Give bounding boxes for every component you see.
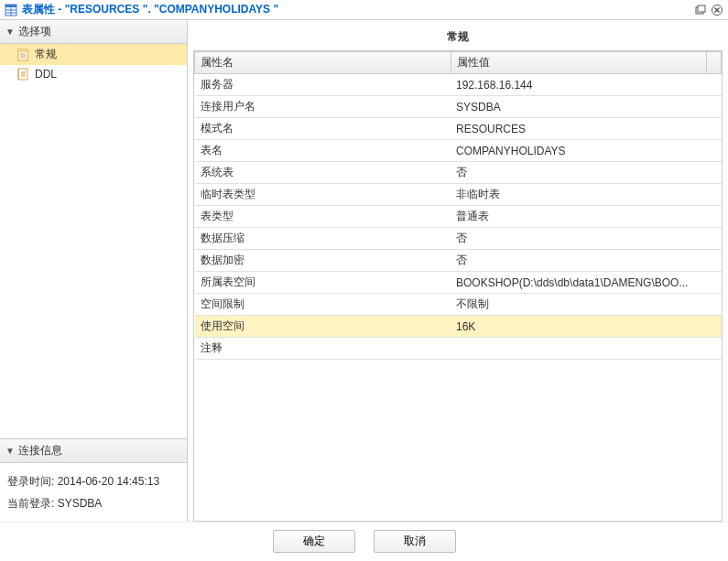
- prop-value: SYSDBA: [451, 96, 722, 118]
- prop-name: 系统表: [195, 162, 451, 184]
- chevron-down-icon: ▼: [5, 446, 15, 456]
- prop-name: 数据压缩: [195, 228, 451, 250]
- table-row[interactable]: 空间限制不限制: [195, 294, 722, 316]
- options-header-label: 选择项: [18, 24, 51, 39]
- options-tree: 常规 DDL: [0, 44, 187, 438]
- sheet-icon: [16, 49, 29, 61]
- prop-name: 表类型: [195, 206, 451, 228]
- table-row[interactable]: 数据压缩否: [195, 228, 722, 250]
- table-row[interactable]: 模式名RESOURCES: [195, 118, 722, 140]
- prop-value: BOOKSHOP(D:\dds\db\data1\DAMENG\BOO...: [451, 272, 722, 294]
- button-bar: 确定 取消: [0, 522, 728, 560]
- table-row[interactable]: 临时表类型非临时表: [195, 184, 722, 206]
- prop-value: RESOURCES: [451, 118, 722, 140]
- options-header[interactable]: ▼ 选择项: [0, 20, 187, 44]
- current-login-label: 当前登录:: [7, 497, 54, 510]
- login-time-label: 登录时间:: [7, 475, 54, 488]
- sidebar-item-label: DDL: [35, 68, 57, 81]
- table-row[interactable]: 数据加密否: [195, 250, 722, 272]
- connection-header[interactable]: ▼ 连接信息: [0, 439, 187, 463]
- sidebar-item-label: 常规: [35, 47, 57, 62]
- svg-rect-1: [5, 5, 16, 7]
- table-icon: [4, 3, 18, 17]
- table-row[interactable]: 注释: [195, 338, 722, 360]
- login-time-value: 2014-06-20 14:45:13: [58, 475, 159, 488]
- table-row[interactable]: 服务器192.168.16.144: [195, 74, 722, 96]
- script-icon: [16, 68, 29, 81]
- sidebar-item-ddl[interactable]: DDL: [0, 65, 187, 83]
- table-row[interactable]: 所属表空间BOOKSHOP(D:\dds\db\data1\DAMENG\BOO…: [195, 272, 722, 294]
- prop-value: 否: [451, 162, 722, 184]
- prop-name: 模式名: [195, 118, 451, 140]
- prop-value: [451, 338, 722, 360]
- column-header-spacer: [707, 52, 722, 74]
- prop-value: COMPANYHOLIDAYS: [451, 140, 722, 162]
- prop-name: 表名: [195, 140, 451, 162]
- column-header-value[interactable]: 属性值: [451, 52, 707, 74]
- prop-value: 不限制: [451, 294, 722, 316]
- prop-name: 注释: [195, 338, 451, 360]
- chevron-down-icon: ▼: [5, 27, 15, 37]
- titlebar: 表属性 - "RESOURCES ". "COMPANYHOLIDAYS ": [0, 0, 728, 20]
- prop-value: 非临时表: [451, 184, 722, 206]
- table-row[interactable]: 连接用户名SYSDBA: [195, 96, 722, 118]
- sidebar-item-general[interactable]: 常规: [0, 44, 187, 65]
- prop-value: 否: [451, 250, 722, 272]
- ok-button[interactable]: 确定: [273, 530, 355, 553]
- prop-name: 空间限制: [195, 294, 451, 316]
- table-row[interactable]: 系统表否: [195, 162, 722, 184]
- prop-value: 192.168.16.144: [451, 74, 722, 96]
- prop-name: 所属表空间: [195, 272, 451, 294]
- cancel-button[interactable]: 取消: [374, 530, 456, 553]
- close-button[interactable]: [710, 3, 724, 17]
- window-title: 表属性 - "RESOURCES ". "COMPANYHOLIDAYS ": [22, 2, 693, 17]
- column-header-name[interactable]: 属性名: [195, 52, 451, 74]
- content-title: 常规: [193, 26, 723, 50]
- prop-value: 否: [451, 228, 722, 250]
- maximize-button[interactable]: [693, 3, 708, 17]
- prop-name: 连接用户名: [195, 96, 451, 118]
- table-row[interactable]: 使用空间16K: [195, 316, 722, 338]
- svg-rect-6: [698, 5, 705, 12]
- prop-name: 使用空间: [195, 316, 451, 338]
- sidebar: ▼ 选择项 常规 DDL ▼ 连接信息: [0, 20, 188, 522]
- table-row[interactable]: 表类型普通表: [195, 206, 722, 228]
- prop-name: 服务器: [195, 74, 451, 96]
- connection-info: 登录时间: 2014-06-20 14:45:13 当前登录: SYSDBA: [0, 463, 187, 522]
- content-panel: 常规 属性名 属性值 服务器192.168.16.144连接用户名SYSDBA模…: [188, 20, 728, 522]
- prop-value: 普通表: [451, 206, 722, 228]
- prop-name: 临时表类型: [195, 184, 451, 206]
- svg-rect-11: [18, 49, 27, 52]
- properties-grid: 属性名 属性值 服务器192.168.16.144连接用户名SYSDBA模式名R…: [193, 50, 723, 522]
- connection-header-label: 连接信息: [18, 443, 62, 459]
- table-row[interactable]: 表名COMPANYHOLIDAYS: [195, 140, 722, 162]
- prop-value: 16K: [451, 316, 722, 338]
- current-login-value: SYSDBA: [58, 497, 103, 510]
- prop-name: 数据加密: [195, 250, 451, 272]
